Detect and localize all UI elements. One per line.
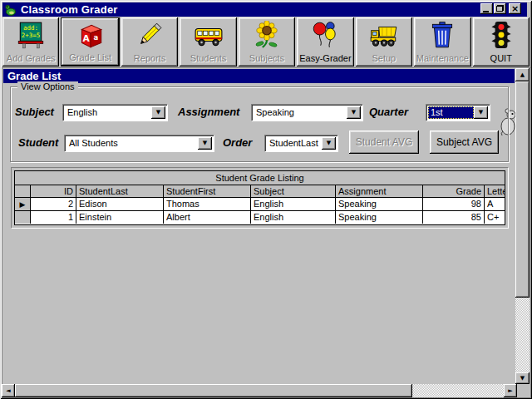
- subject-combobox[interactable]: English ▼: [62, 104, 168, 121]
- scroll-up-button[interactable]: ▲: [515, 68, 530, 81]
- titlebar: Classroom Grader ×: [2, 2, 527, 17]
- quarter-combobox[interactable]: 1st ▼: [426, 104, 490, 121]
- svg-text:a: a: [93, 33, 98, 42]
- scrollbar-corner: [517, 384, 530, 397]
- toolbar: add: 2+3=5 Add Grades A a Grade L: [2, 17, 530, 66]
- table-row[interactable]: ▶ 2 Edison Thomas English Speaking 98 A: [15, 198, 505, 211]
- horizontal-scroll-thumb[interactable]: [15, 384, 412, 397]
- app-frog-icon: [4, 3, 17, 16]
- toolbar-button-grade-list[interactable]: A a Grade List: [61, 17, 119, 66]
- cell-assignment[interactable]: Speaking: [336, 211, 423, 224]
- cell-assignment[interactable]: Speaking: [336, 198, 423, 210]
- cell-letter[interactable]: C+: [485, 211, 505, 224]
- svg-text:2+3=5: 2+3=5: [22, 32, 40, 39]
- minimize-button[interactable]: [480, 3, 493, 14]
- close-icon: ×: [511, 4, 519, 13]
- toolbar-button-students[interactable]: Students: [180, 17, 236, 66]
- row-selector[interactable]: ▶: [15, 198, 31, 210]
- vertical-scroll-thumb[interactable]: [515, 81, 530, 298]
- vertical-scroll-track[interactable]: [515, 298, 530, 372]
- toolbar-button-maintenance[interactable]: Maintenance: [414, 17, 470, 66]
- student-avg-button[interactable]: Student AVG: [349, 131, 419, 154]
- student-combobox[interactable]: All Students ▼: [64, 135, 214, 152]
- scroll-right-button[interactable]: ►: [504, 384, 517, 397]
- window-controls: ×: [480, 3, 521, 14]
- close-button[interactable]: ×: [509, 3, 521, 14]
- scroll-left-button[interactable]: ◄: [2, 384, 15, 397]
- horizontal-scrollbar[interactable]: ◄ ►: [2, 384, 517, 397]
- restore-icon: [496, 5, 504, 12]
- toolbar-label: Setup: [356, 53, 412, 63]
- cell-grade[interactable]: 85: [423, 211, 485, 224]
- toolbar-button-setup[interactable]: Setup: [356, 17, 412, 66]
- toolbar-label: Maintenance: [414, 53, 470, 63]
- toolbar-button-subjects[interactable]: Subjects: [239, 17, 295, 66]
- vertical-scrollbar[interactable]: ▲ ▼: [515, 68, 530, 384]
- svg-text:add:: add:: [23, 24, 38, 32]
- current-row-pointer-icon: ▶: [20, 200, 26, 209]
- subject-dropdown-button[interactable]: ▼: [151, 106, 165, 119]
- toolbar-button-reports[interactable]: Reports: [121, 17, 178, 66]
- grid-caption: Student Grade Listing: [15, 171, 505, 185]
- cell-studentfirst[interactable]: Albert: [164, 211, 251, 224]
- row-selector-header: [15, 185, 31, 197]
- assignment-dropdown-button[interactable]: ▼: [347, 106, 361, 119]
- restore-button[interactable]: [494, 3, 506, 14]
- subject-avg-button[interactable]: Subject AVG: [430, 131, 499, 154]
- cell-subject[interactable]: English: [251, 198, 336, 210]
- order-combobox[interactable]: StudentLast ▼: [264, 135, 338, 152]
- column-header-studentlast: StudentLast: [76, 185, 164, 197]
- column-header-id: ID: [31, 185, 76, 197]
- toolbar-label: Add Grades: [2, 53, 59, 63]
- pencil-icon: [135, 21, 165, 49]
- dump-truck-icon: [369, 21, 399, 49]
- toolbar-label: QUIT: [473, 53, 530, 63]
- chalkboard-icon: add: 2+3=5: [16, 21, 46, 49]
- column-header-letter: Letter: [485, 185, 505, 197]
- cell-grade[interactable]: 98: [423, 198, 485, 210]
- traffic-light-icon: [486, 21, 516, 49]
- student-avg-label: Student AVG: [356, 136, 413, 148]
- order-value: StudentLast: [267, 137, 322, 150]
- toolbar-label: Students: [180, 53, 236, 63]
- cell-id[interactable]: 1: [31, 211, 76, 224]
- order-label: Order: [223, 136, 252, 149]
- student-value: All Students: [66, 137, 198, 150]
- trash-can-icon: [427, 21, 457, 49]
- chevron-down-icon: ▼: [156, 110, 160, 116]
- cell-studentlast[interactable]: Edison: [76, 198, 164, 210]
- chevron-down-icon: ▼: [327, 140, 331, 146]
- cell-subject[interactable]: English: [251, 211, 336, 224]
- student-label: Student: [18, 136, 58, 149]
- toolbar-button-quit[interactable]: QUIT: [473, 17, 530, 66]
- order-dropdown-button[interactable]: ▼: [322, 137, 336, 150]
- window-title: Classroom Grader: [21, 3, 118, 16]
- toolbar-button-easy-grader[interactable]: Easy-Grader: [297, 17, 353, 66]
- row-selector[interactable]: [15, 211, 31, 224]
- right-arrow-icon: ►: [508, 388, 512, 394]
- column-header-grade: Grade: [423, 185, 485, 197]
- chevron-down-icon: ▼: [352, 110, 356, 116]
- student-dropdown-button[interactable]: ▼: [198, 137, 212, 150]
- cell-letter[interactable]: A: [485, 198, 505, 210]
- column-header-studentfirst: StudentFirst: [164, 185, 251, 197]
- table-row[interactable]: 1 Einstein Albert English Speaking 85 C+: [15, 211, 505, 224]
- toolbar-label: Reports: [121, 53, 178, 63]
- column-header-assignment: Assignment: [336, 185, 423, 197]
- sunflower-icon: [252, 21, 282, 49]
- cell-studentlast[interactable]: Einstein: [76, 211, 164, 224]
- quarter-dropdown-button[interactable]: ▼: [474, 106, 488, 119]
- horizontal-scroll-track[interactable]: [412, 384, 504, 397]
- cell-studentfirst[interactable]: Thomas: [164, 198, 251, 210]
- subject-label: Subject: [15, 106, 54, 118]
- assignment-combobox[interactable]: Speaking ▼: [251, 104, 363, 121]
- cell-id[interactable]: 2: [31, 198, 76, 210]
- svg-text:A: A: [82, 33, 90, 43]
- down-arrow-icon: ▼: [520, 376, 525, 382]
- toolbar-label: Grade List: [62, 52, 118, 62]
- scroll-down-button[interactable]: ▼: [515, 372, 530, 384]
- grid-header-row: ID StudentLast StudentFirst Subject Assi…: [15, 185, 505, 198]
- toolbar-button-add-grades[interactable]: add: 2+3=5 Add Grades: [2, 17, 59, 66]
- minimize-icon: [483, 11, 489, 12]
- assignment-label: Assignment: [178, 106, 239, 118]
